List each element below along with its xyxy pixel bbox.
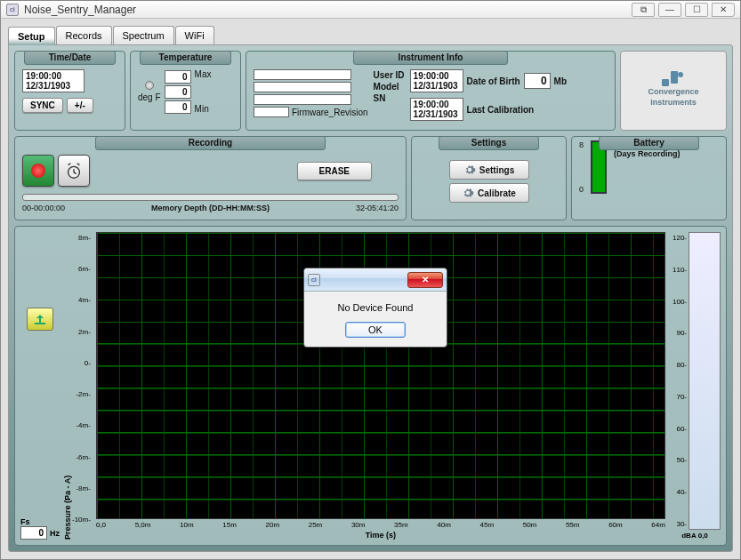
- minimize-button[interactable]: —: [658, 3, 681, 17]
- modal-overlay: ci ✕ No Device Found OK: [1, 19, 740, 559]
- close-button[interactable]: ✕: [712, 3, 735, 17]
- dialog-message: No Device Found: [304, 292, 447, 322]
- app-icon: ci: [6, 4, 19, 16]
- app-window: ci Noise_Sentry_Manager ⧉ — ☐ ✕ Setup Re…: [0, 0, 741, 560]
- client-area: Setup Records Spectrum WiFi Time/Date 19…: [1, 19, 740, 559]
- dialog-ok-button[interactable]: OK: [345, 322, 406, 338]
- maximize-button[interactable]: ☐: [685, 3, 708, 17]
- window-title: Noise_Sentry_Manager: [24, 4, 136, 16]
- titlebar: ci Noise_Sentry_Manager ⧉ — ☐ ✕: [1, 1, 740, 19]
- dialog-app-icon: ci: [308, 274, 320, 286]
- window-controls: ⧉ — ☐ ✕: [632, 3, 735, 17]
- window-help-button[interactable]: ⧉: [632, 3, 655, 17]
- dialog-close-button[interactable]: ✕: [407, 272, 443, 288]
- error-dialog: ci ✕ No Device Found OK: [303, 268, 447, 348]
- dialog-titlebar[interactable]: ci ✕: [304, 268, 447, 292]
